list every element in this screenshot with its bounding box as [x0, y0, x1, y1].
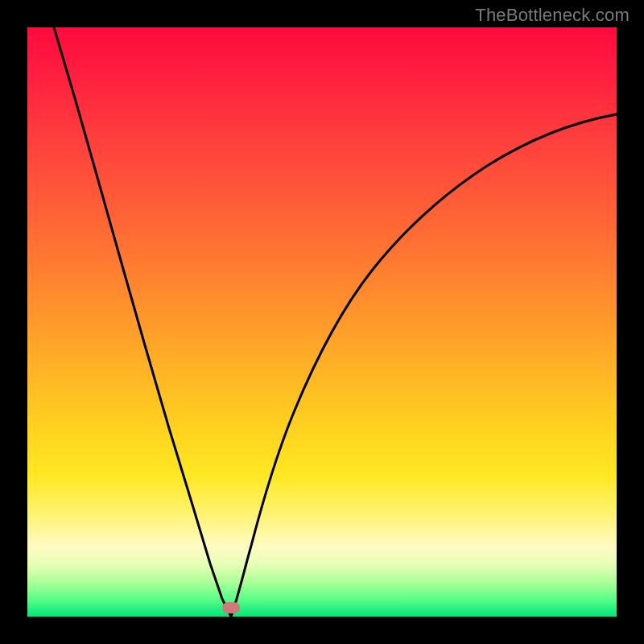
- watermark-text: TheBottleneck.com: [475, 5, 630, 26]
- plot-area: [27, 27, 617, 617]
- chart-frame: TheBottleneck.com: [0, 0, 644, 644]
- bottleneck-curve: [27, 27, 617, 617]
- optimum-marker: [222, 602, 240, 613]
